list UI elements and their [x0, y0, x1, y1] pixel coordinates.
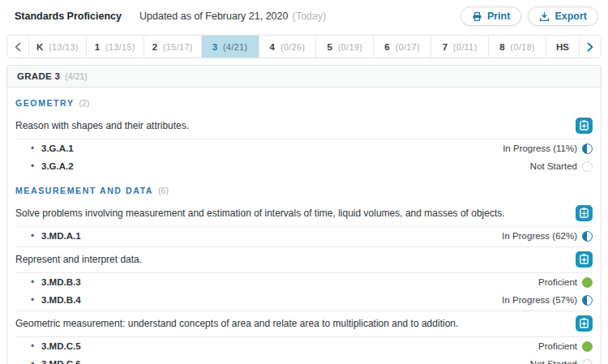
standard-group-description-row: Geometric measurement: understand concep…	[15, 310, 593, 337]
tab-bar-tabs: K(13/13)1(13/15)2(15/17)3(4/21)4(0/26)5(…	[29, 36, 579, 58]
bullet-icon: •	[27, 340, 38, 352]
standard-code[interactable]: 3.MD.B.3	[41, 277, 81, 287]
tab-label: 7	[443, 42, 447, 52]
tab-ratio: (4/21)	[223, 42, 247, 52]
download-icon	[539, 11, 550, 22]
print-button-label: Print	[487, 11, 510, 22]
assign-button[interactable]	[576, 251, 593, 268]
standards-card: GRADE 3 (4/21) GEOMETRY(2)Reason with sh…	[6, 65, 602, 364]
standard-code[interactable]: 3.G.A.2	[41, 161, 74, 171]
standard-group-description: Reason with shapes and their attributes.	[15, 120, 189, 131]
status-in-progress-icon	[582, 295, 593, 306]
section-heading: GEOMETRY(2)	[15, 88, 593, 113]
section-count: (2)	[79, 98, 90, 108]
standard-row: •3.MD.C.5Proficient	[15, 337, 593, 355]
section-count: (6)	[158, 186, 169, 195]
standard-group-description: Solve problems involving measurement and…	[15, 208, 505, 219]
standard-status-label: Not Started	[530, 359, 577, 364]
page-header: Standards Proficiency Updated as of Febr…	[6, 0, 602, 32]
bullet-icon: •	[27, 358, 38, 364]
tab-grade-3[interactable]: 3(4/21)	[202, 36, 259, 58]
standard-row: •3.MD.B.3Proficient	[15, 273, 593, 291]
status-proficient-icon	[582, 277, 593, 288]
bullet-icon: •	[27, 143, 38, 154]
bullet-icon: •	[27, 294, 38, 306]
updated-text: Updated as of February 21, 2020	[139, 11, 288, 22]
standard-status-label: In Progress (62%)	[502, 231, 577, 241]
bullet-icon: •	[27, 161, 38, 172]
grade-title: GRADE 3	[17, 71, 60, 81]
status-not-started-icon	[582, 359, 593, 364]
standard-group-description-row: Reason with shapes and their attributes.	[15, 113, 593, 139]
standard-status-label: In Progress (11%)	[503, 143, 577, 153]
tab-grade-7[interactable]: 7(0/11)	[431, 36, 489, 58]
standard-group-description: Geometric measurement: understand concep…	[15, 318, 458, 329]
tab-label: 4	[270, 42, 275, 52]
sections-container: GEOMETRY(2)Reason with shapes and their …	[7, 88, 601, 364]
tab-label: 8	[499, 42, 504, 52]
assign-button[interactable]	[576, 205, 593, 221]
section-title: GEOMETRY	[15, 98, 75, 108]
assign-button[interactable]	[576, 118, 593, 134]
grade-ratio: (4/21)	[65, 71, 87, 81]
tab-label: 1	[95, 42, 100, 52]
standard-group-description-row: Represent and interpret data.	[15, 246, 593, 273]
bullet-icon: •	[27, 230, 38, 242]
standard-code[interactable]: 3.MD.A.1	[41, 231, 81, 241]
tab-ratio: (0/19)	[338, 42, 362, 52]
export-button[interactable]: Export	[528, 6, 598, 26]
standard-status-label: In Progress (57%)	[502, 295, 577, 305]
standard-code[interactable]: 3.MD.C.5	[41, 341, 81, 351]
updated-note: (Today)	[292, 11, 326, 22]
standards-proficiency-page: Standards Proficiency Updated as of Febr…	[0, 0, 608, 364]
bullet-icon: •	[27, 276, 38, 288]
section-heading: MEASUREMENT AND DATA(6)	[15, 175, 593, 201]
grade-tab-bar: K(13/13)1(13/15)2(15/17)3(4/21)4(0/26)5(…	[6, 35, 602, 58]
standard-status-label: Proficient	[538, 341, 577, 351]
chevron-right-icon[interactable]	[579, 36, 601, 58]
standard-status-label: Not Started	[530, 161, 577, 171]
tab-ratio: (0/17)	[396, 42, 420, 52]
status-in-progress-icon	[582, 231, 593, 242]
assign-button[interactable]	[576, 315, 593, 332]
header-actions: Print Export	[460, 6, 598, 26]
grade-header-bar: GRADE 3 (4/21)	[7, 66, 601, 88]
tab-grade-8[interactable]: 8(0/18)	[489, 36, 546, 58]
tab-grade-hs[interactable]: HS	[546, 36, 579, 58]
tab-label: HS	[556, 42, 569, 52]
standard-code[interactable]: 3.G.A.1	[41, 143, 74, 153]
tab-label: K	[36, 42, 43, 52]
standard-group-description: Represent and interpret data.	[15, 254, 142, 265]
status-not-started-icon	[582, 161, 593, 172]
assign-clipboard-icon	[579, 317, 589, 331]
printer-icon	[472, 11, 482, 22]
tab-ratio: (15/17)	[163, 42, 193, 52]
print-button[interactable]: Print	[460, 6, 521, 26]
tab-grade-6[interactable]: 6(0/17)	[374, 36, 431, 58]
assign-clipboard-icon	[579, 253, 589, 267]
tab-ratio: (0/26)	[280, 42, 305, 52]
tab-label: 5	[327, 42, 332, 52]
tab-grade-4[interactable]: 4(0/26)	[259, 36, 317, 58]
standard-status-label: Proficient	[538, 277, 577, 287]
section-title: MEASUREMENT AND DATA	[15, 186, 153, 195]
tab-grade-2[interactable]: 2(15/17)	[144, 36, 202, 58]
chevron-left-icon[interactable]	[7, 36, 29, 58]
tab-grade-k[interactable]: K(13/13)	[29, 36, 87, 58]
standard-code[interactable]: 3.MD.C.6	[41, 359, 81, 364]
tab-ratio: (0/18)	[511, 42, 535, 52]
tab-grade-1[interactable]: 1(13/15)	[87, 36, 144, 58]
export-button-label: Export	[554, 11, 587, 22]
status-in-progress-icon	[582, 143, 593, 154]
standard-row: •3.G.A.1In Progress (11%)	[15, 139, 593, 157]
tab-label: 6	[384, 42, 389, 52]
tab-ratio: (13/15)	[105, 42, 135, 52]
tab-label: 2	[152, 42, 157, 52]
page-title: Standards Proficiency	[15, 11, 122, 22]
status-proficient-icon	[582, 341, 593, 352]
tab-ratio: (13/13)	[49, 42, 79, 52]
standard-code[interactable]: 3.MD.B.4	[41, 295, 81, 305]
tab-grade-5[interactable]: 5(0/19)	[316, 36, 374, 58]
tab-label: 3	[212, 42, 217, 52]
assign-clipboard-icon	[579, 207, 589, 221]
